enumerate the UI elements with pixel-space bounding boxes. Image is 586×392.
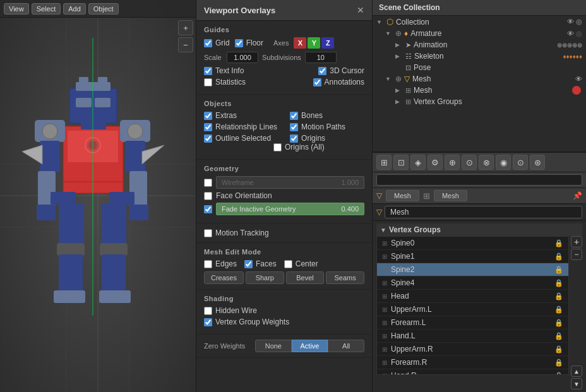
panel-close[interactable]: ✕: [357, 5, 364, 15]
outline-selected-checkbox[interactable]: Outline Selected: [204, 134, 277, 143]
vgroup-down-btn[interactable]: ▼: [571, 378, 582, 389]
creases-btn[interactable]: Creases: [204, 271, 244, 284]
relationship-lines-checkbox[interactable]: Relationship Lines: [204, 122, 277, 131]
objects-label: Objects: [204, 100, 364, 107]
zw-active-btn[interactable]: Active: [292, 340, 328, 352]
mesh-name-field[interactable]: [385, 206, 582, 218]
props-icon-8[interactable]: ◉: [496, 155, 511, 170]
faces-checkbox[interactable]: Faces: [244, 259, 277, 268]
vgroup-hand-r[interactable]: ⊞ Hand.R 🔒: [377, 369, 568, 375]
armature-eye-icon[interactable]: 👁: [567, 30, 574, 38]
mesh-eye-icon[interactable]: 👁: [575, 75, 582, 83]
vgroup-spine2[interactable]: ⊞ Spine2 🔒: [377, 263, 568, 276]
hidden-wire-checkbox[interactable]: Hidden Wire: [204, 306, 257, 315]
vgroup-upperarm-l[interactable]: ⊞ UpperArm.L 🔒: [377, 303, 568, 316]
zw-all-btn[interactable]: All: [328, 340, 364, 352]
motion-tracking-cb[interactable]: [204, 229, 212, 237]
collection-view-icon[interactable]: ◎: [576, 18, 582, 26]
vgroup-forearm-r[interactable]: ⊞ Forearm.R 🔒: [377, 356, 568, 369]
center-checkbox[interactable]: Center: [284, 259, 318, 268]
axis-z-btn[interactable]: Z: [321, 37, 334, 49]
vertex-groups-header[interactable]: ▼ Vertex Groups: [376, 223, 582, 236]
origins-all-checkbox[interactable]: Origins (All): [273, 143, 325, 151]
motion-paths-checkbox[interactable]: Motion Paths: [290, 122, 345, 131]
collection-row[interactable]: ▼ ⬡ Collection 👁 ◎: [373, 16, 586, 28]
svg-rect-34: [59, 254, 83, 292]
armature-row[interactable]: ▼ ⊕ ♦ Armature 👁 ◎: [373, 28, 586, 39]
vgroup-spine0[interactable]: ⊞ Spine0 🔒: [377, 237, 568, 250]
skeleton-row[interactable]: ▶ ☷ Skeleton ♦♦♦♦♦♦: [373, 50, 586, 62]
vgroup-remove-btn[interactable]: −: [571, 249, 582, 260]
select-dropdown[interactable]: Select: [32, 3, 61, 15]
motion-tracking-checkbox[interactable]: Motion Tracking: [204, 229, 364, 237]
vertex-groups-section: ▼ Vertex Groups ⊞ Spine0 🔒 ⊞ Spine1 🔒: [373, 221, 586, 392]
origins-checkbox[interactable]: Origins: [290, 134, 345, 143]
extras-checkbox[interactable]: Extras: [204, 111, 277, 120]
face-orientation-checkbox[interactable]: [204, 192, 212, 200]
mesh-left-btn[interactable]: Mesh: [386, 190, 419, 201]
props-icon-2[interactable]: ⊡: [393, 155, 409, 170]
search-input[interactable]: [376, 174, 582, 186]
mesh-right-btn[interactable]: Mesh: [434, 190, 467, 201]
edges-checkbox[interactable]: Edges: [204, 259, 237, 268]
pose-name: Pose: [414, 63, 582, 72]
props-icon-9[interactable]: ⊙: [513, 155, 528, 170]
vgroup-hand-l[interactable]: ⊞ Hand.L 🔒: [377, 330, 568, 343]
props-icon-5[interactable]: ⊕: [445, 155, 460, 170]
text-info-checkbox[interactable]: Text Info: [204, 66, 244, 75]
vgroup-up-btn[interactable]: ▲: [571, 365, 582, 377]
mesh-collection-row[interactable]: ▼ ⊕ ▽ Mesh 👁: [373, 73, 586, 85]
vgroup-spine4[interactable]: ⊞ Spine4 🔒: [377, 276, 568, 290]
vgroup-forearm-l[interactable]: ⊞ Forearm.L 🔒: [377, 316, 568, 330]
statistics-checkbox[interactable]: Statistics: [204, 78, 246, 86]
bevel-btn[interactable]: Bevel: [286, 271, 325, 284]
seams-btn[interactable]: Seams: [326, 271, 364, 284]
sharp-btn[interactable]: Sharp: [246, 271, 284, 284]
bones-checkbox[interactable]: Bones: [290, 111, 345, 120]
vertex-group-weights-checkbox[interactable]: Vertex Group Weights: [204, 318, 289, 326]
zw-none-btn[interactable]: None: [255, 340, 292, 352]
vertex-groups-row[interactable]: ▶ ⊞ Vertex Groups: [373, 96, 586, 107]
annotations-checkbox[interactable]: Annotations: [313, 78, 364, 86]
svg-point-38: [42, 124, 57, 139]
props-icon-3[interactable]: ◈: [410, 155, 426, 170]
armature-render-icon[interactable]: ◎: [576, 30, 582, 38]
add-dropdown[interactable]: Add: [63, 3, 86, 15]
collection-eye-icon[interactable]: 👁: [567, 18, 574, 26]
mesh-name-row: ▽: [373, 204, 586, 221]
vgroup-upperarm-r[interactable]: ⊞ UpperArm.R 🔒: [377, 343, 568, 356]
origins-all-row: Origins (All): [204, 143, 364, 151]
svg-point-39: [128, 124, 143, 139]
props-icon-6[interactable]: ⊙: [462, 155, 477, 170]
scale-row: Scale 1.000 Subdivisions 10: [204, 52, 364, 63]
mesh-separator: ⊞: [423, 191, 430, 201]
pose-row[interactable]: ⊡ Pose: [373, 62, 586, 73]
object-dropdown[interactable]: Object: [88, 3, 119, 15]
fade-inactive-field: Fade Inactive Geometry 0.400: [216, 203, 364, 215]
props-icon-4[interactable]: ⚙: [428, 155, 443, 170]
view-dropdown[interactable]: View: [4, 3, 29, 15]
props-icon-1[interactable]: ⊞: [376, 155, 392, 170]
fade-inactive-checkbox[interactable]: [204, 205, 212, 213]
viewport-zoom-in[interactable]: +: [178, 20, 193, 35]
axis-x-btn[interactable]: X: [294, 37, 306, 49]
svg-rect-19: [40, 141, 60, 172]
vgroup-add-btn[interactable]: +: [571, 236, 582, 247]
vertex-groups-header-arrow: ▼: [380, 227, 386, 234]
cursor-3d-checkbox[interactable]: 3D Cursor: [318, 66, 364, 75]
animation-row[interactable]: ▶ ➤ Animation ⊛⊛⊛⊛⊛: [373, 39, 586, 50]
props-icon-10[interactable]: ⊛: [530, 155, 545, 170]
statistics-label: Statistics: [215, 78, 246, 86]
vgroup-spine1[interactable]: ⊞ Spine1 🔒: [377, 250, 568, 263]
props-icon-7[interactable]: ⊗: [479, 155, 494, 170]
axis-y-btn[interactable]: Y: [308, 37, 320, 49]
skeleton-icon: ☷: [405, 52, 412, 61]
floor-checkbox[interactable]: Floor: [235, 39, 263, 47]
vgroup-head[interactable]: ⊞ Head 🔒: [377, 290, 568, 303]
viewport-zoom-out[interactable]: −: [178, 37, 193, 52]
subdivisions-value[interactable]: 10: [305, 52, 337, 63]
mesh-item-row[interactable]: ▶ ⊞ Mesh: [373, 85, 586, 96]
scale-value[interactable]: 1.000: [227, 52, 258, 63]
grid-checkbox[interactable]: Grid: [204, 39, 230, 47]
wireframe-checkbox[interactable]: [204, 179, 212, 187]
